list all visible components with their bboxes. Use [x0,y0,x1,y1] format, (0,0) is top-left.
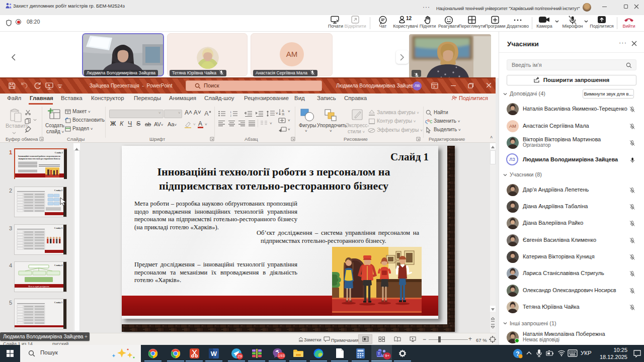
svg-text:Слайд 5: Слайд 5 [54,301,63,304]
svg-text:Я: Я [282,113,284,116]
svg-text:W: W [211,350,217,357]
svg-text:Мета та задачі дослідження: Мета та задачі дослідження [28,286,49,288]
svg-text:А: А [282,109,284,113]
svg-text:Слайд 4: Слайд 4 [54,264,63,266]
svg-text:Слайд 2: Слайд 2 [54,189,63,192]
svg-text:A: A [204,110,209,117]
svg-text:1: 1 [230,111,231,114]
svg-text:Слайд 1: Слайд 1 [55,151,63,154]
svg-text:T: T [378,351,380,356]
svg-text:2: 2 [230,114,231,117]
svg-text:підприємствах готельно-рестора: підприємствах готельно-ресторанного бізн… [19,157,60,160]
svg-text:Слайд 3: Слайд 3 [54,227,63,229]
